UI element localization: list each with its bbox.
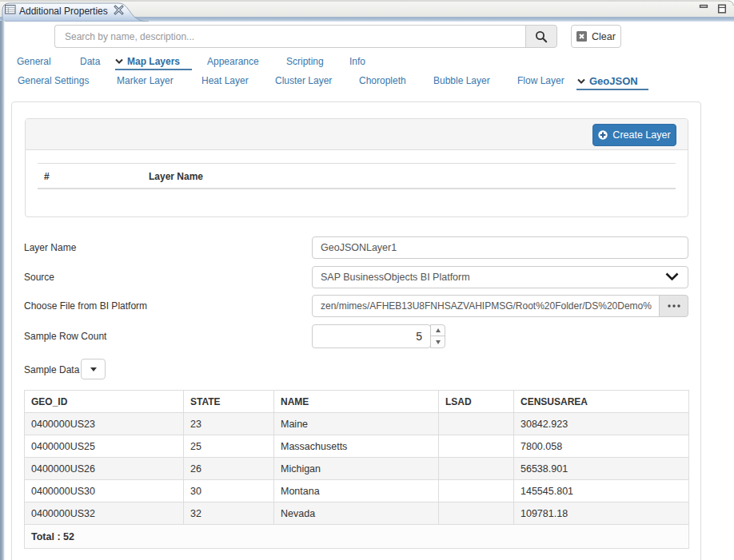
sample-data-label: Sample Data: [24, 364, 79, 375]
cell: 26: [184, 458, 274, 480]
main-tabs: General Data Map Layers Appearance Scrip…: [0, 56, 734, 70]
layer-name-label: Layer Name: [24, 242, 76, 253]
cell: Montana: [274, 480, 439, 502]
tab-scripting[interactable]: Scripting: [286, 56, 324, 67]
spinner-up-icon: [436, 328, 441, 332]
table-row: 0400000US23 23 Maine 30842.923: [25, 413, 689, 435]
clear-button[interactable]: Clear: [571, 25, 621, 48]
cell: 32: [184, 502, 274, 525]
table-header-row: GEO_ID STATE NAME LSAD CENSUSAREA: [25, 391, 689, 413]
sample-row-count-value: 5: [416, 330, 422, 343]
layer-list-panel: Create Layer # Layer Name: [25, 118, 688, 217]
table-row: 0400000US26 26 Michigan 56538.901: [25, 458, 689, 480]
magnifier-icon: [535, 30, 548, 43]
cell: 145545.801: [514, 480, 689, 502]
chevron-down-icon: [115, 55, 123, 66]
create-layer-label: Create Layer: [612, 129, 670, 141]
subtab-geojson-label: GeoJSON: [589, 75, 638, 87]
layer-name-value: GeoJSONLayer1: [321, 242, 397, 253]
tabbar-chrome: [0, 0, 734, 22]
sample-data-dropdown-button[interactable]: [81, 359, 106, 379]
browse-button[interactable]: [659, 295, 688, 317]
subtab-general-settings[interactable]: General Settings: [18, 75, 89, 86]
subtab-marker-layer[interactable]: Marker Layer: [117, 75, 174, 86]
spinner-up-button[interactable]: [431, 325, 445, 336]
cell: Maine: [274, 413, 439, 435]
subtab-bubble-layer[interactable]: Bubble Layer: [433, 75, 490, 86]
spinner-down-icon: [436, 340, 441, 344]
chevron-down-icon: [577, 75, 585, 86]
chevron-down-icon: [665, 272, 679, 284]
cell: 0400000US32: [25, 502, 184, 525]
cell: 30842.923: [514, 413, 689, 435]
minimize-icon[interactable]: [700, 6, 708, 8]
view-tab-title: Additional Properties: [19, 6, 108, 17]
tab-info[interactable]: Info: [349, 56, 365, 67]
col-name: NAME: [274, 391, 439, 413]
ellipsis-icon: [668, 304, 680, 308]
layer-table-header: # Layer Name: [38, 163, 676, 189]
table-row: 0400000US32 32 Nevada 109781.18: [25, 502, 689, 525]
cell: 25: [184, 435, 274, 458]
table-view-icon: [6, 6, 16, 14]
tab-map-layers[interactable]: Map Layers: [115, 56, 180, 67]
cell: [439, 435, 514, 458]
cell: 30: [184, 480, 274, 502]
subtab-cluster-layer[interactable]: Cluster Layer: [275, 75, 332, 86]
sample-row-count-input[interactable]: 5: [312, 324, 431, 348]
subtab-heat-layer[interactable]: Heat Layer: [201, 75, 249, 86]
cell: [439, 458, 514, 480]
sub-tabs: General Settings Marker Layer Heat Layer…: [0, 75, 734, 89]
table-footer-row: Total : 52: [25, 525, 689, 549]
spinner-down-button[interactable]: [431, 336, 445, 348]
cell: 0400000US25: [25, 435, 184, 458]
col-state: STATE: [184, 391, 274, 413]
col-geo-id: GEO_ID: [25, 391, 184, 413]
search-button[interactable]: [525, 25, 557, 48]
layer-col-num: #: [44, 171, 50, 182]
cell: [439, 413, 514, 435]
layer-col-name: Layer Name: [149, 171, 203, 182]
cell: [439, 502, 514, 525]
cell: 7800.058: [514, 435, 689, 458]
file-label: Choose File from BI Platform: [24, 300, 147, 312]
view-tabbar: Additional Properties: [0, 0, 734, 22]
window-left-edge: [0, 21, 5, 560]
table-row: 0400000US30 30 Montana 145545.801: [25, 480, 689, 502]
cell: 23: [184, 413, 274, 435]
caret-down-icon: [90, 367, 97, 371]
cell: 0400000US23: [25, 413, 184, 435]
subtab-choropleth[interactable]: Choropleth: [359, 75, 406, 86]
source-label: Source: [24, 272, 54, 283]
col-lsad: LSAD: [439, 391, 514, 413]
cell: 109781.18: [514, 502, 689, 525]
cell: Massachusetts: [274, 435, 439, 458]
layer-list-heading: Create Layer: [26, 119, 688, 150]
plus-circle-icon: [598, 130, 608, 140]
clear-filter-icon: [576, 31, 587, 42]
active-tab-underline: [115, 69, 192, 70]
subtab-geojson[interactable]: GeoJSON: [577, 75, 638, 87]
layer-name-input[interactable]: GeoJSONLayer1: [312, 236, 688, 259]
search-input[interactable]: [54, 25, 526, 48]
file-input[interactable]: zen/mimes/AFHEB13U8FNHSAZVAHIPMSG/Root%2…: [312, 295, 660, 317]
cell: Michigan: [274, 458, 439, 480]
tab-data[interactable]: Data: [80, 56, 100, 67]
cell: 0400000US30: [25, 480, 184, 502]
sample-row-count-label: Sample Row Count: [24, 331, 106, 342]
cell: 56538.901: [514, 458, 689, 480]
table-row: 0400000US25 25 Massachusetts 7800.058: [25, 435, 689, 458]
source-value: SAP BusinessObjects BI Platform: [321, 272, 470, 283]
source-select[interactable]: SAP BusinessObjects BI Platform: [312, 266, 688, 288]
create-layer-button[interactable]: Create Layer: [592, 124, 676, 146]
maximize-icon[interactable]: [718, 5, 725, 13]
cell: 0400000US26: [25, 458, 184, 480]
active-subtab-underline: [576, 89, 648, 90]
col-censusarea: CENSUSAREA: [514, 391, 689, 413]
sample-data-table: GEO_ID STATE NAME LSAD CENSUSAREA 040000…: [24, 390, 689, 549]
tab-appearance[interactable]: Appearance: [207, 56, 259, 67]
table-total: Total : 52: [25, 525, 689, 549]
tab-general[interactable]: General: [17, 56, 51, 67]
subtab-flow-layer[interactable]: Flow Layer: [517, 75, 564, 86]
tab-map-layers-label: Map Layers: [127, 56, 180, 67]
